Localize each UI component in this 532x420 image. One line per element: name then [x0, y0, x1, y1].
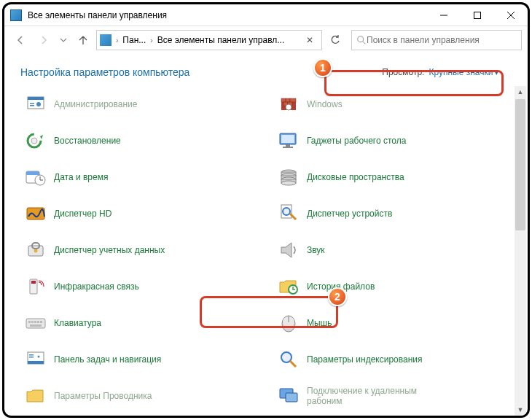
window-title: Все элементы панели управления [28, 10, 427, 20]
svg-rect-45 [26, 319, 45, 328]
svg-point-41 [34, 249, 38, 253]
item-mouse[interactable]: Мышь [272, 305, 525, 341]
item-file-history[interactable]: История файлов [272, 268, 525, 305]
taskbar-icon [23, 347, 48, 372]
item-label: Администрирование [54, 99, 137, 109]
titlebar: Все элементы панели управления [4, 4, 528, 26]
svg-rect-13 [286, 98, 290, 102]
scroll-thumb[interactable] [515, 99, 525, 230]
file-history-icon [276, 274, 301, 299]
recovery-icon [23, 128, 48, 153]
infrared-icon [23, 274, 48, 299]
item-label: Гаджеты рабочего стола [307, 136, 406, 146]
desktop-gadgets-icon [276, 128, 301, 153]
item-windows[interactable]: Windows [272, 86, 525, 122]
svg-rect-9 [30, 105, 34, 106]
breadcrumb-seg-2[interactable]: Все элементы панели управл... [154, 35, 288, 45]
svg-rect-1 [474, 12, 481, 18]
chevron-right-icon[interactable]: › [114, 36, 120, 44]
search-icon [356, 35, 367, 45]
item-label: Клавиатура [54, 318, 101, 328]
item-label: Параметры индексирования [307, 354, 422, 365]
item-credential-manager[interactable]: Диспетчер учетных данных [19, 232, 272, 268]
item-keyboard[interactable]: Клавиатура [19, 305, 272, 341]
scroll-up-button[interactable]: ▲ [515, 86, 526, 98]
svg-rect-48 [34, 321, 36, 323]
svg-rect-14 [290, 98, 296, 102]
indexing-icon [276, 347, 301, 372]
view-label: Просмотр: [382, 67, 424, 77]
view-selector: Просмотр: Крупные значки [376, 64, 512, 80]
sound-icon [276, 238, 301, 262]
back-button[interactable] [10, 30, 31, 50]
navbar: › Пан... › Все элементы панели управл...… [4, 26, 528, 54]
breadcrumb-icon [100, 34, 112, 46]
item-label: Панель задач и навигация [54, 354, 161, 365]
svg-rect-25 [26, 171, 39, 175]
remote-desktop-icon [276, 384, 301, 408]
item-device-manager[interactable]: Диспетчер устройств [272, 195, 525, 232]
item-hd-manager[interactable]: Диспетчер HD [19, 195, 272, 232]
item-admin[interactable]: Администрирование [19, 86, 272, 122]
svg-point-35 [281, 181, 296, 185]
svg-line-5 [363, 42, 366, 44]
svg-rect-47 [31, 321, 34, 323]
svg-rect-58 [29, 357, 34, 358]
item-label: Подключение к удаленным рабоним [307, 386, 438, 407]
breadcrumb-dropdown[interactable]: ✕ [301, 35, 318, 45]
item-gadgets[interactable]: Гаджеты рабочего стола [272, 122, 525, 159]
item-explorer-options[interactable]: Параметры Проводника [19, 378, 272, 414]
svg-rect-51 [30, 324, 42, 327]
svg-rect-46 [28, 321, 31, 323]
search-input[interactable] [367, 35, 517, 45]
items-grid: Администрирование Windows Восстановление… [19, 86, 525, 414]
maximize-button[interactable] [461, 4, 494, 26]
svg-point-19 [31, 138, 37, 144]
item-storage-spaces[interactable]: Дисковые пространства [272, 159, 525, 195]
item-label: Звук [307, 245, 325, 255]
search-input-wrap[interactable] [351, 30, 522, 50]
item-datetime[interactable]: Дата и время [19, 159, 272, 195]
app-icon [10, 9, 22, 21]
svg-rect-21 [281, 135, 294, 143]
keyboard-icon [23, 311, 48, 335]
item-indexing[interactable]: Параметры индексирования [272, 341, 525, 378]
item-infrared[interactable]: Инфракрасная связь [19, 268, 272, 305]
svg-rect-62 [286, 393, 297, 402]
item-remote-desktop[interactable]: Подключение к удаленным рабоним [272, 378, 525, 414]
recent-dropdown[interactable] [57, 30, 70, 50]
item-label: Дисковые пространства [307, 172, 404, 182]
forward-button[interactable] [34, 30, 54, 50]
view-dropdown[interactable]: Крупные значки [429, 67, 498, 77]
storage-spaces-icon [276, 165, 301, 190]
annotation-marker-2: 2 [328, 287, 347, 306]
credential-manager-icon [23, 238, 48, 262]
item-label: Диспетчер HD [54, 209, 112, 219]
refresh-button[interactable] [325, 30, 345, 50]
svg-point-60 [281, 352, 292, 362]
svg-rect-7 [28, 97, 44, 100]
item-label: Мышь [307, 318, 332, 328]
chevron-right-icon[interactable]: › [149, 36, 154, 44]
device-manager-icon [276, 201, 301, 226]
date-time-icon [23, 165, 48, 190]
scrollbar[interactable]: ▲ ▼ [515, 86, 526, 416]
admin-tools-icon [23, 92, 48, 117]
breadcrumb[interactable]: › Пан... › Все элементы панели управл...… [96, 30, 322, 50]
item-taskbar[interactable]: Панель задач и навигация [19, 341, 272, 378]
item-label: Параметры Проводника [54, 391, 152, 401]
item-recovery[interactable]: Восстановление [19, 122, 272, 159]
explorer-options-icon [23, 384, 48, 408]
svg-rect-56 [28, 361, 44, 364]
svg-rect-12 [281, 98, 286, 102]
minimize-button[interactable] [427, 4, 461, 26]
svg-rect-23 [283, 147, 293, 148]
breadcrumb-seg-1[interactable]: Пан... [120, 35, 149, 45]
scroll-down-button[interactable]: ▼ [515, 404, 526, 416]
annotation-marker-1: 1 [313, 58, 332, 77]
hd-manager-icon [23, 201, 48, 226]
item-sound[interactable]: Звук [272, 232, 525, 268]
close-button[interactable] [494, 4, 528, 26]
up-button[interactable] [73, 30, 93, 50]
item-label: Инфракрасная связь [54, 281, 139, 292]
